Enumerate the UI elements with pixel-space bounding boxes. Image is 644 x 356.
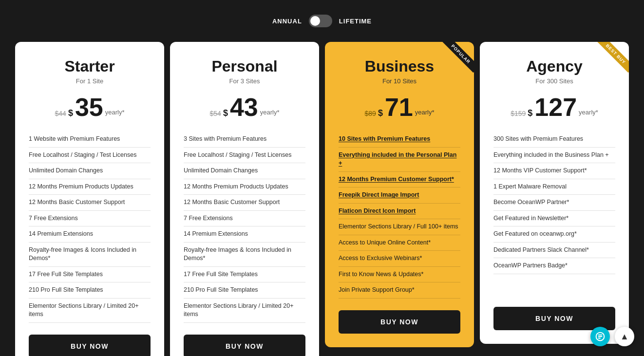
feature-item: Everything included in the Personal Plan… <box>339 148 460 172</box>
feature-item: 1 Website with Premium Features <box>29 131 151 148</box>
feature-item: First to Know News & Updates* <box>339 267 460 283</box>
feature-item: Unlimited Domain Changes <box>184 163 305 179</box>
plan-card-starter: Starter For 1 Site $44 $ 35 yearly* 1 We… <box>15 42 164 356</box>
feature-item: 3 Sites with Premium Features <box>184 131 305 148</box>
feature-item: 12 Months Premium Products Updates <box>29 179 151 195</box>
plan-card-personal: Personal For 3 Sites $54 $ 43 yearly* 3 … <box>170 42 319 356</box>
feature-item: 1 Expert Malware Removal <box>493 179 615 195</box>
feature-item: 14 Premium Extensions <box>29 226 151 243</box>
feature-item: 12 Months VIP Customer Support* <box>493 163 615 179</box>
feature-item: Get Featured on oceanwp.org* <box>493 226 615 243</box>
badge-business: POPULAR <box>435 42 474 81</box>
feature-item: Free Localhost / Staging / Test Licenses <box>184 148 305 164</box>
price-row: $54 $ 43 yearly* <box>184 94 305 120</box>
feature-item: 10 Sites with Premium Features <box>339 131 460 148</box>
feature-item: 14 Premium Extensions <box>184 226 305 243</box>
price-old: $159 <box>511 110 526 117</box>
plan-card-business: POPULAR Business For 10 Sites $89 $ 71 y… <box>325 42 474 347</box>
feature-item: Elementor Sections Library / Limited 20+… <box>184 299 305 323</box>
feature-item: 12 Months Basic Customer Support <box>29 195 151 211</box>
price-old: $44 <box>55 110 66 117</box>
plan-card-agency: BEST BUY Agency For 300 Sites $159 $ 127… <box>480 42 629 344</box>
feature-item: Join Private Support Group* <box>339 282 460 299</box>
price-amount: 71 <box>385 94 413 120</box>
price-row: $89 $ 71 yearly* <box>339 94 460 120</box>
feature-item: Everything included in the Business Plan… <box>493 148 615 164</box>
help-button[interactable] <box>590 327 610 346</box>
buy-button-personal[interactable]: BUY NOW <box>184 335 305 356</box>
badge-label: POPULAR <box>442 42 474 73</box>
price-dollar: $ <box>528 108 532 118</box>
feature-item: 12 Months Premium Customer Support* <box>339 172 460 188</box>
features-list: 300 Sites with Premium FeaturesEverythin… <box>493 131 615 295</box>
price-period: yearly* <box>579 109 598 120</box>
feature-item: Freepik Direct Image Import <box>339 187 460 204</box>
buy-button-business[interactable]: BUY NOW <box>339 310 460 334</box>
toggle-switch[interactable] <box>309 15 332 27</box>
feature-item: Elementor Sections Library / Full 100+ i… <box>339 219 460 235</box>
feature-item: Access to Exclusive Webinars* <box>339 251 460 267</box>
price-amount: 127 <box>534 94 577 120</box>
price-dollar: $ <box>223 108 228 118</box>
features-list: 1 Website with Premium FeaturesFree Loca… <box>29 131 151 323</box>
features-list: 3 Sites with Premium FeaturesFree Localh… <box>184 131 305 323</box>
price-amount: 43 <box>230 94 258 120</box>
billing-toggle[interactable]: ANNUAL LIFETIME <box>272 15 372 27</box>
badge-agency: BEST BUY <box>590 42 629 81</box>
buy-button-starter[interactable]: BUY NOW <box>29 335 151 356</box>
feature-item: 7 Free Extensions <box>184 211 305 227</box>
feature-item: OceanWP Partners Badge* <box>493 258 615 274</box>
price-period: yearly* <box>105 109 125 120</box>
plan-name: Personal <box>184 57 305 75</box>
feature-item: 17 Free Full Site Templates <box>184 267 305 283</box>
plan-sites: For 1 Site <box>29 77 151 85</box>
plans-container: Starter For 1 Site $44 $ 35 yearly* 1 We… <box>15 42 629 356</box>
feature-item: Become OceanWP Partner* <box>493 195 615 211</box>
price-old: $54 <box>210 110 221 117</box>
feature-item: Royalty-free Images & Icons Included in … <box>184 243 305 267</box>
feature-item: 12 Months Premium Products Updates <box>184 179 305 195</box>
feature-item: 17 Free Full Site Templates <box>29 267 151 283</box>
feature-item: Royalty-free Images & Icons Included in … <box>29 243 151 267</box>
annual-label: ANNUAL <box>272 18 302 25</box>
feature-item: Flaticon Direct Icon Import <box>339 204 460 220</box>
lifetime-label: LIFETIME <box>339 18 372 25</box>
feature-item: Elementor Sections Library / Limited 20+… <box>29 299 151 323</box>
plan-name: Starter <box>29 57 151 75</box>
price-row: $159 $ 127 yearly* <box>493 94 615 120</box>
feature-item: 12 Months Basic Customer Support <box>184 195 305 211</box>
plan-sites: For 3 Sites <box>184 77 305 85</box>
price-dollar: $ <box>68 108 73 118</box>
price-period: yearly* <box>260 109 280 120</box>
price-amount: 35 <box>75 94 103 120</box>
feature-item: 210 Pro Full Site Templates <box>184 282 305 299</box>
feature-item: 300 Sites with Premium Features <box>493 131 615 148</box>
feature-item: Free Localhost / Staging / Test Licenses <box>29 148 151 164</box>
price-dollar: $ <box>378 108 383 118</box>
feature-item: 7 Free Extensions <box>29 211 151 227</box>
price-row: $44 $ 35 yearly* <box>29 94 151 120</box>
feature-item: Get Featured in Newsletter* <box>493 211 615 227</box>
feature-item: 210 Pro Full Site Templates <box>29 282 151 299</box>
price-old: $89 <box>365 110 376 117</box>
feature-item: Unlimited Domain Changes <box>29 163 151 179</box>
feature-item: Access to Unique Online Content* <box>339 235 460 251</box>
badge-label: BEST BUY <box>597 42 629 73</box>
scroll-top-button[interactable]: ▲ <box>615 327 634 346</box>
feature-item: Dedicated Partners Slack Channel* <box>493 243 615 259</box>
features-list: 10 Sites with Premium FeaturesEverything… <box>339 131 460 299</box>
price-period: yearly* <box>415 109 435 120</box>
